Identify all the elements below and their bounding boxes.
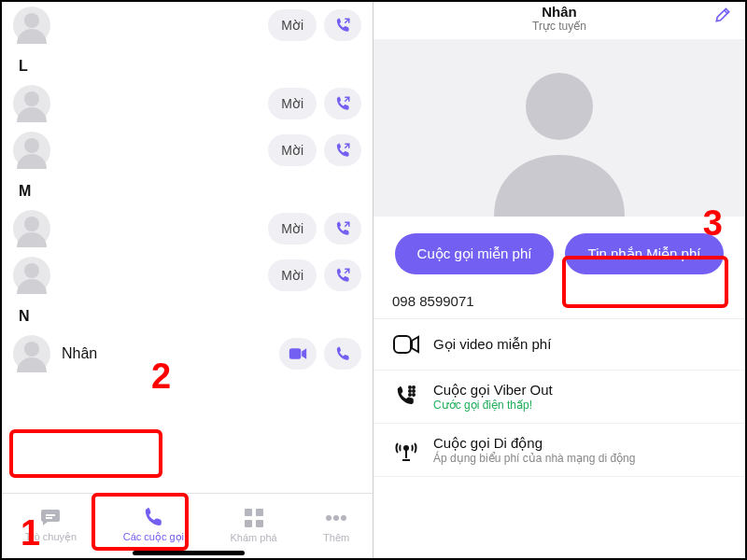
contact-detail-panel: Nhân Trực tuyến Cuộc gọi miễn phí Tin nh… bbox=[374, 2, 745, 558]
contact-row-nhan[interactable]: Nhân bbox=[13, 330, 361, 377]
tab-label: Các cuộc gọi bbox=[123, 531, 184, 543]
invite-button[interactable]: Mời bbox=[268, 134, 317, 166]
antenna-icon bbox=[392, 436, 420, 464]
call-button[interactable] bbox=[324, 338, 361, 370]
avatar bbox=[13, 85, 50, 122]
video-icon bbox=[392, 330, 420, 358]
tab-bar: Trò chuyện Các cuộc gọi Khám phá Thêm bbox=[2, 493, 373, 558]
call-button[interactable] bbox=[324, 259, 361, 291]
option-sublabel: Áp dụng biểu phí của nhà mạng di động bbox=[433, 452, 635, 465]
video-call-button[interactable] bbox=[279, 338, 317, 370]
svg-point-24 bbox=[404, 446, 408, 450]
detail-header: Nhân Trực tuyến bbox=[374, 2, 745, 39]
avatar bbox=[13, 210, 50, 247]
svg-rect-11 bbox=[245, 520, 252, 527]
avatar bbox=[13, 7, 50, 44]
option-mobile-call[interactable]: Cuộc gọi Di động Áp dụng biểu phí của nh… bbox=[374, 424, 745, 477]
svg-point-13 bbox=[326, 515, 331, 521]
option-sublabel: Cước gọi điện thấp! bbox=[433, 399, 553, 412]
option-video-call[interactable]: Gọi video miễn phí bbox=[374, 319, 745, 371]
svg-point-14 bbox=[333, 515, 339, 521]
contacts-list: Mời L Mời Mời M bbox=[2, 2, 373, 493]
section-header-N: N bbox=[19, 308, 361, 325]
svg-rect-10 bbox=[256, 509, 263, 516]
tab-label: Trò chuyện bbox=[25, 531, 78, 543]
svg-point-15 bbox=[341, 515, 346, 521]
svg-point-4 bbox=[24, 263, 39, 278]
invite-button[interactable]: Mời bbox=[268, 213, 317, 245]
option-viber-out[interactable]: Cuộc gọi Viber Out Cước gọi điện thấp! bbox=[374, 371, 745, 424]
phone-icon bbox=[141, 505, 165, 529]
invite-button[interactable]: Mời bbox=[268, 259, 317, 291]
tab-chat[interactable]: Trò chuyện bbox=[25, 505, 78, 543]
svg-point-21 bbox=[413, 390, 415, 392]
tab-label: Thêm bbox=[323, 532, 349, 543]
options-list: Gọi video miễn phí Cuộc gọi Viber Out Cư… bbox=[374, 318, 745, 477]
svg-rect-17 bbox=[394, 336, 411, 353]
svg-point-0 bbox=[24, 13, 39, 28]
contact-row[interactable]: Mời bbox=[13, 2, 361, 49]
svg-point-3 bbox=[24, 217, 39, 231]
svg-rect-7 bbox=[46, 514, 55, 516]
svg-point-20 bbox=[409, 390, 411, 392]
call-button[interactable] bbox=[324, 134, 361, 166]
grid-icon bbox=[242, 506, 266, 530]
free-message-button[interactable]: Tin nhắn Miễn phí bbox=[565, 233, 724, 274]
svg-point-2 bbox=[24, 138, 39, 153]
tab-more[interactable]: Thêm bbox=[323, 506, 349, 543]
contact-title: Nhân bbox=[374, 4, 745, 20]
tab-discover[interactable]: Khám phá bbox=[231, 506, 277, 543]
section-header-L: L bbox=[19, 58, 361, 75]
svg-point-19 bbox=[413, 386, 415, 388]
option-label: Cuộc gọi Viber Out bbox=[433, 382, 553, 399]
contact-row[interactable]: Mời bbox=[13, 252, 361, 299]
svg-point-22 bbox=[409, 394, 411, 396]
avatar bbox=[13, 335, 50, 372]
tab-calls[interactable]: Các cuộc gọi bbox=[123, 505, 184, 543]
contacts-panel: Mời L Mời Mời M bbox=[2, 2, 374, 558]
home-indicator bbox=[133, 551, 245, 555]
viberout-icon bbox=[392, 383, 420, 411]
contact-status: Trực tuyến bbox=[374, 20, 745, 33]
svg-rect-9 bbox=[245, 509, 252, 516]
more-icon bbox=[324, 506, 348, 530]
section-header-M: M bbox=[19, 183, 361, 200]
avatar bbox=[13, 257, 50, 294]
edit-icon[interactable] bbox=[713, 6, 732, 24]
contact-row[interactable]: Mời bbox=[13, 205, 361, 252]
call-button[interactable] bbox=[324, 88, 361, 119]
phone-number[interactable]: 098 8599071 bbox=[374, 287, 745, 318]
tab-label: Khám phá bbox=[231, 532, 277, 543]
svg-point-1 bbox=[24, 91, 39, 106]
free-call-button[interactable]: Cuộc gọi miễn phí bbox=[395, 233, 554, 274]
svg-point-16 bbox=[526, 73, 593, 140]
invite-button[interactable]: Mời bbox=[268, 88, 317, 119]
call-button[interactable] bbox=[324, 9, 361, 41]
svg-point-18 bbox=[409, 386, 411, 388]
contact-row[interactable]: Mời bbox=[13, 127, 361, 174]
profile-avatar bbox=[374, 39, 745, 217]
avatar bbox=[13, 132, 50, 169]
svg-rect-6 bbox=[289, 348, 302, 359]
call-button[interactable] bbox=[324, 213, 361, 245]
svg-point-23 bbox=[413, 394, 415, 396]
svg-rect-8 bbox=[46, 517, 52, 519]
chat-icon bbox=[38, 505, 63, 529]
invite-button[interactable]: Mời bbox=[268, 9, 317, 41]
option-label: Cuộc gọi Di động bbox=[433, 435, 635, 452]
option-label: Gọi video miễn phí bbox=[433, 336, 551, 353]
contact-name: Nhân bbox=[62, 345, 279, 362]
svg-point-5 bbox=[24, 342, 39, 357]
cta-row: Cuộc gọi miễn phí Tin nhắn Miễn phí bbox=[374, 217, 745, 287]
contact-row[interactable]: Mời bbox=[13, 80, 361, 127]
svg-rect-12 bbox=[256, 520, 263, 527]
